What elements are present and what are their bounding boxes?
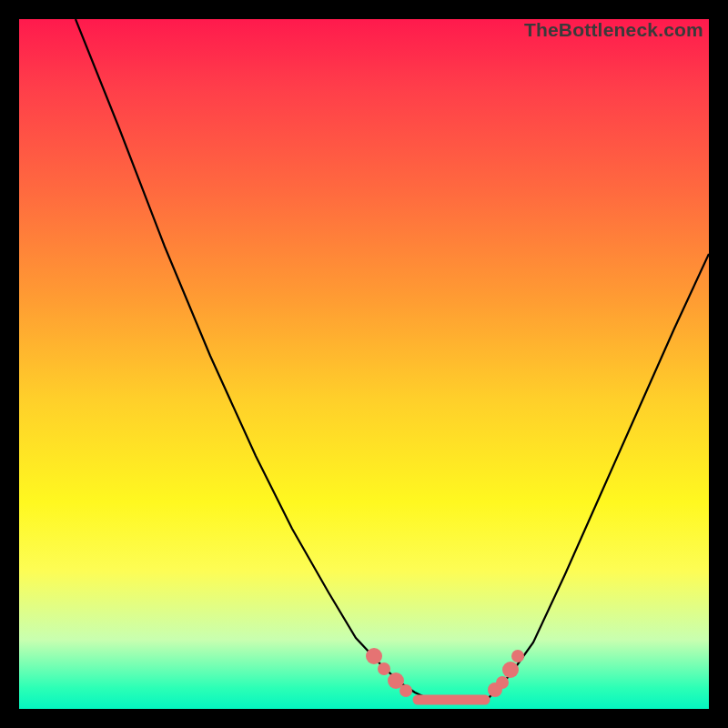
chart-marker — [496, 676, 509, 689]
chart-marker — [502, 662, 519, 678]
chart-marker — [366, 648, 382, 664]
markers-left-group — [366, 648, 412, 697]
chart-marker — [378, 662, 390, 675]
curve-left-branch — [76, 19, 429, 699]
chart-marker — [399, 684, 412, 697]
markers-right-group — [488, 650, 524, 697]
bottleneck-curve-chart — [19, 19, 709, 709]
chart-frame: TheBottleneck.com — [19, 19, 709, 709]
chart-marker — [511, 650, 524, 662]
curve-right-branch — [488, 254, 709, 699]
